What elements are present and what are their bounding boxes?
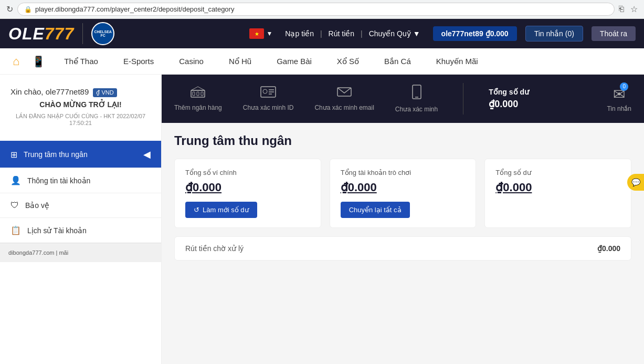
sidebar-item-security[interactable]: 🛡 Bảo vệ [0, 193, 161, 217]
balance-text: ole777net89 ₫0.000 [441, 29, 509, 38]
deposit-button[interactable]: Nạp tiền [281, 27, 318, 40]
cards-row: Tổng số ví chính ₫0.000 ↺ Làm mới số dư … [174, 159, 631, 228]
sidebar-item-history-label: Lịch sử Tài khoản [27, 226, 87, 235]
refresh-icon[interactable]: ↻ [6, 4, 13, 14]
info-bar: Thêm ngân hàng Chưa xác minh ID [162, 75, 644, 123]
nav-item-ban-ca[interactable]: Bắn Cá [374, 48, 421, 75]
sidebar: Xin chào, ole777net89 ₫ VND CHÀO MỪNG TR… [0, 75, 162, 364]
logo-text: OLE777 [8, 24, 74, 44]
rut-tien-amount: ₫0.000 [597, 244, 620, 253]
dibongda-badge: dibongda777.com | mãi [0, 243, 161, 262]
card-tro-choi-amount: ₫0.000 [341, 181, 466, 194]
content-body: Trung tâm thu ngân Tổng số ví chính ₫0.0… [162, 123, 644, 271]
messages-icon-wrap[interactable]: ✉ 0 Tin nhắn [607, 86, 631, 112]
withdraw-button[interactable]: Rút tiền [324, 27, 358, 40]
browser-bar: ↻ 🔒 player.dibongda777.com/player_center… [0, 0, 644, 19]
transfer-arrow-icon: ▼ [413, 29, 420, 38]
envelope-icon: ✉ 0 [613, 86, 625, 103]
url-text: player.dibongda777.com/player_center2/de… [35, 5, 234, 13]
sidebar-item-treasury-label: Trung tâm thu ngân [24, 150, 88, 159]
mobile-verify-icon [412, 85, 421, 102]
transfer-all-button[interactable]: Chuyển lại tất cả [341, 202, 410, 218]
info-divider [463, 83, 463, 115]
separator-1: | [320, 29, 322, 38]
share-icon[interactable]: ⎗ [619, 4, 624, 14]
last-login-time: 17:50:21 [69, 120, 92, 126]
rut-tien-row: Rút tiền chờ xử lý ₫0.000 [174, 236, 631, 261]
info-item-mobile-label: Chưa xác minh [395, 106, 438, 113]
sidebar-item-history[interactable]: 📋 Lịch sử Tài khoản [0, 217, 161, 243]
balance-label: Tổng số dư [489, 88, 529, 96]
info-item-mobile[interactable]: Chưa xác minh [395, 85, 438, 113]
card-tro-choi-title: Tổng tài khoản trò chơi [341, 169, 466, 176]
welcome-text: CHÀO MỪNG TRỞ LẠI! [10, 100, 151, 109]
nav-item-xo-so[interactable]: Xổ Số [326, 48, 369, 75]
nav-item-khuyen-mai[interactable]: Khuyến Mãi [426, 48, 489, 75]
last-login: LẦN ĐĂNG NHẬP CUỐI CÙNG - HKT 2022/02/07… [10, 113, 151, 126]
email-icon [337, 86, 352, 101]
logo-ole: OLE [8, 24, 45, 43]
messages-button[interactable]: Tin nhắn (0) [525, 26, 583, 41]
sidebar-item-account-info[interactable]: 👤 Thông tin tài khoản [0, 168, 161, 193]
balance-section: Tổng số dư ₫0.000 [489, 88, 529, 110]
url-bar[interactable]: 🔒 player.dibongda777.com/player_center2/… [17, 3, 615, 16]
nav-item-no-hu[interactable]: Nổ Hũ [218, 48, 262, 75]
sidebar-item-account-label: Thông tin tài khoản [27, 176, 90, 185]
svg-rect-11 [413, 85, 421, 99]
logo: OLE777 CHELSEAFC [8, 22, 114, 45]
info-item-email-label: Chưa xác minh email [314, 104, 374, 111]
bookmark-icon[interactable]: ☆ [630, 4, 638, 14]
vnd-badge: ₫ VND [93, 88, 117, 97]
svg-rect-3 [201, 92, 203, 96]
logo-divider [82, 23, 83, 44]
document-icon: 📋 [10, 225, 21, 235]
transfer-label: Chuyển Quỹ [369, 29, 411, 38]
nav-item-the-thao[interactable]: Thể Thao [54, 48, 109, 75]
transfer-button[interactable]: Chuyển Quỹ ▼ [365, 27, 425, 40]
user-icon: 👤 [10, 175, 21, 185]
card-vi-chinh-amount: ₫0.000 [185, 181, 310, 194]
card-tro-choi: Tổng tài khoản trò chơi ₫0.000 Chuyển lạ… [330, 159, 477, 228]
refresh-balance-button[interactable]: ↺ Làm mới số dư [185, 202, 257, 218]
logo-777: 777 [45, 24, 74, 43]
messages-badge: 0 [620, 82, 628, 91]
svg-marker-4 [191, 87, 205, 90]
shield-icon: 🛡 [10, 201, 19, 210]
nav-menu: ⌂ 📱 Thể Thao E-Sports Casino Nổ Hũ Game … [0, 48, 644, 75]
card-tong-so-du-title: Tổng số dư [495, 169, 620, 176]
svg-rect-1 [193, 92, 195, 96]
svg-point-6 [263, 89, 267, 93]
refresh-balance-label: Làm mới số dư [203, 206, 249, 214]
user-info: Xin chào, ole777net89 ₫ VND CHÀO MỪNG TR… [0, 75, 161, 137]
info-item-id[interactable]: Chưa xác minh ID [243, 86, 294, 111]
browser-actions: ⎗ ☆ [619, 4, 638, 14]
svg-rect-0 [191, 90, 205, 97]
messages-icon-label: Tin nhắn [607, 105, 631, 112]
chelsea-badge: CHELSEAFC [91, 22, 114, 45]
info-item-id-label: Chưa xác minh ID [243, 104, 294, 111]
logout-button[interactable]: Thoát ra [592, 26, 636, 41]
card-vi-chinh: Tổng số ví chính ₫0.000 ↺ Làm mới số dư [174, 159, 321, 228]
nav-item-game-bai[interactable]: Game Bài [266, 48, 322, 75]
last-login-label: LẦN ĐĂNG NHẬP CUỐI CÙNG - HKT 2022/02/07 [16, 113, 145, 119]
info-item-bank[interactable]: Thêm ngân hàng [174, 86, 222, 111]
sidebar-item-treasury[interactable]: ⊞ Trung tâm thu ngân ◀ [0, 141, 161, 168]
lock-icon: 🔒 [24, 6, 32, 13]
main-layout: Xin chào, ole777net89 ₫ VND CHÀO MỪNG TR… [0, 75, 644, 364]
sidebar-menu: ⊞ Trung tâm thu ngân ◀ 👤 Thông tin tài k… [0, 141, 161, 243]
separator-2: | [361, 29, 363, 38]
nav-item-casino[interactable]: Casino [168, 48, 214, 75]
card-vi-chinh-title: Tổng số ví chính [185, 169, 310, 176]
content-area: Thêm ngân hàng Chưa xác minh ID [162, 75, 644, 364]
mobile-icon[interactable]: 📱 [28, 55, 49, 68]
rut-tien-label: Rút tiền chờ xử lý [185, 244, 244, 253]
info-item-email[interactable]: Chưa xác minh email [314, 86, 374, 111]
info-item-bank-label: Thêm ngân hàng [174, 104, 222, 111]
greeting-text: Xin chào, ole777net89 [10, 87, 89, 96]
nav-item-esports[interactable]: E-Sports [113, 48, 164, 75]
lang-dropdown-icon: ▼ [266, 30, 272, 37]
yellow-circle-button[interactable]: 💬 [627, 174, 644, 191]
home-icon[interactable]: ⌂ [8, 55, 24, 68]
balance-amount: ₫0.000 [489, 98, 529, 110]
language-selector[interactable]: ★ ▼ [249, 28, 272, 39]
